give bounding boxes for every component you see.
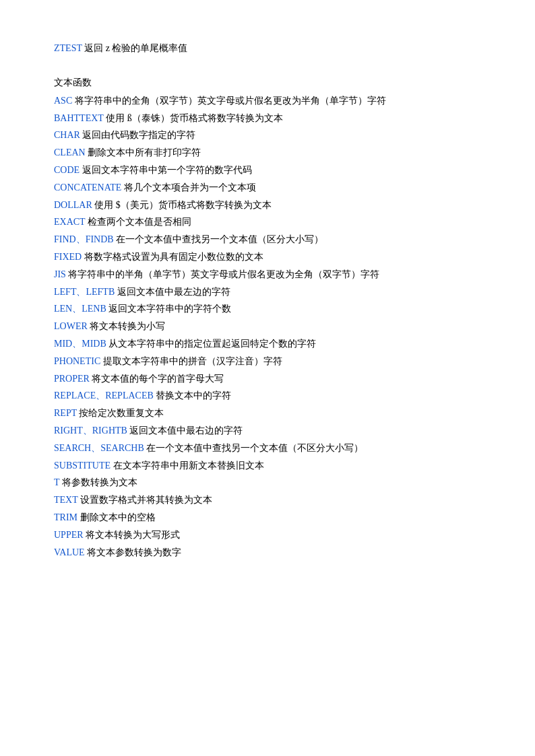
entry-description: 将参数转换为文本 [59, 477, 137, 487]
entry-keyword: REPLACE、REPLACEB [54, 390, 154, 401]
ztest-section: ZTEST 返回 z 检验的单尾概率值 [54, 40, 481, 57]
entry-description: 删除文本中所有非打印字符 [86, 147, 201, 158]
ztest-keyword: ZTEST [54, 43, 82, 53]
entry-keyword: DOLLAR [54, 200, 92, 210]
entry-description: 将文本值的每个字的首字母大写 [90, 374, 224, 384]
list-item: CONCATENATE 将几个文本项合并为一个文本项 [54, 180, 481, 196]
list-item: ASC 将字符串中的全角（双字节）英文字母或片假名更改为半角（单字节）字符 [54, 93, 481, 109]
list-item: FIND、FINDB 在一个文本值中查找另一个文本值（区分大小写） [54, 232, 481, 248]
list-item: CLEAN 删除文本中所有非打印字符 [54, 145, 481, 161]
entry-keyword: MID、MIDB [54, 339, 106, 349]
entry-description: 提取文本字符串中的拼音（汉字注音）字符 [100, 356, 282, 366]
entry-description: 从文本字符串中的指定位置起返回特定个数的字符 [106, 339, 317, 349]
entry-keyword: PROPER [54, 374, 90, 384]
list-item: PHONETIC 提取文本字符串中的拼音（汉字注音）字符 [54, 353, 481, 370]
entry-keyword: CLEAN [54, 147, 86, 158]
entry-description: 在一个文本值中查找另一个文本值（区分大小写） [114, 234, 324, 244]
entry-description: 替换文本中的字符 [154, 390, 232, 401]
section-title: 文本函数 [54, 77, 481, 89]
entry-description: 返回文本值中最右边的字符 [127, 425, 243, 436]
list-item: MID、MIDB 从文本字符串中的指定位置起返回特定个数的字符 [54, 336, 481, 352]
entry-description: 返回文本字符串中的字符个数 [106, 304, 232, 314]
entry-description: 使用 ß（泰铢）货币格式将数字转换为文本 [104, 113, 283, 123]
list-item: LEFT、LEFTB 返回文本值中最左边的字符 [54, 284, 481, 300]
entry-description: 在文本字符串中用新文本替换旧文本 [111, 460, 264, 471]
list-item: BAHTTEXT 使用 ß（泰铢）货币格式将数字转换为文本 [54, 110, 481, 127]
entry-keyword: SEARCH、SEARCHB [54, 443, 144, 453]
entry-keyword: CONCATENATE [54, 182, 121, 193]
list-item: DOLLAR 使用 $（美元）货币格式将数字转换为文本 [54, 197, 481, 213]
entry-keyword: LEN、LENB [54, 304, 106, 314]
list-item: PROPER 将文本值的每个字的首字母大写 [54, 371, 481, 387]
entry-keyword: CHAR [54, 130, 80, 140]
entry-keyword: VALUE [54, 547, 85, 557]
list-item: SUBSTITUTE 在文本字符串中用新文本替换旧文本 [54, 458, 481, 474]
entry-keyword: TRIM [54, 512, 77, 522]
entry-keyword: PHONETIC [54, 356, 100, 366]
list-item: LOWER 将文本转换为小写 [54, 318, 481, 335]
entry-keyword: CODE [54, 165, 80, 175]
list-item: T 将参数转换为文本 [54, 475, 481, 491]
list-item: LEN、LENB 返回文本字符串中的字符个数 [54, 301, 481, 317]
entry-description: 返回文本字符串中第一个字符的数字代码 [80, 165, 252, 175]
list-item: JIS 将字符串中的半角（单字节）英文字母或片假名更改为全角（双字节）字符 [54, 267, 481, 283]
list-item: REPT 按给定次数重复文本 [54, 405, 481, 421]
entry-description: 将几个文本项合并为一个文本项 [121, 182, 256, 193]
entry-keyword: TEXT [54, 495, 78, 505]
list-item: UPPER 将文本转换为大写形式 [54, 527, 481, 543]
entry-description: 将字符串中的全角（双字节）英文字母或片假名更改为半角（单字节）字符 [72, 96, 386, 106]
list-item: RIGHT、RIGHTB 返回文本值中最右边的字符 [54, 423, 481, 439]
entry-keyword: FIND、FINDB [54, 234, 114, 244]
entry-keyword: RIGHT、RIGHTB [54, 425, 127, 436]
entry-description: 返回文本值中最左边的字符 [115, 287, 230, 297]
entry-keyword: REPT [54, 408, 77, 418]
entry-description: 将文本参数转换为数字 [85, 547, 182, 557]
entry-keyword: FIXED [54, 252, 82, 262]
entry-keyword: ASC [54, 96, 72, 106]
entry-description: 按给定次数重复文本 [77, 408, 164, 418]
entry-keyword: LOWER [54, 321, 88, 331]
entry-description: 删除文本中的空格 [77, 512, 156, 522]
entry-keyword: UPPER [54, 530, 84, 540]
list-item: SEARCH、SEARCHB 在一个文本值中查找另一个文本值（不区分大小写） [54, 440, 481, 456]
list-item: FIXED 将数字格式设置为具有固定小数位数的文本 [54, 249, 481, 265]
ztest-description: 返回 z 检验的单尾概率值 [84, 43, 187, 53]
list-item: REPLACE、REPLACEB 替换文本中的字符 [54, 388, 481, 404]
entry-description: 将文本转换为大写形式 [84, 530, 181, 540]
text-functions-section: 文本函数 ASC 将字符串中的全角（双字节）英文字母或片假名更改为半角（单字节）… [54, 77, 481, 561]
list-item: EXACT 检查两个文本值是否相同 [54, 214, 481, 230]
entry-keyword: BAHTTEXT [54, 113, 104, 123]
entry-description: 设置数字格式并将其转换为文本 [78, 495, 213, 505]
list-item: VALUE 将文本参数转换为数字 [54, 545, 481, 561]
ztest-entry: ZTEST 返回 z 检验的单尾概率值 [54, 40, 481, 57]
entry-description: 返回由代码数字指定的字符 [80, 130, 196, 140]
entry-keyword: SUBSTITUTE [54, 460, 111, 471]
entry-description: 将文本转换为小写 [88, 321, 166, 331]
list-item: TRIM 删除文本中的空格 [54, 510, 481, 526]
entry-keyword: EXACT [54, 217, 85, 227]
entry-description: 将字符串中的半角（单字节）英文字母或片假名更改为全角（双字节）字符 [66, 269, 380, 279]
entry-description: 使用 $（美元）货币格式将数字转换为文本 [92, 200, 272, 210]
list-item: CHAR 返回由代码数字指定的字符 [54, 127, 481, 143]
entry-keyword: JIS [54, 269, 66, 279]
list-item: TEXT 设置数字格式并将其转换为文本 [54, 492, 481, 508]
entry-description: 在一个文本值中查找另一个文本值（不区分大小写） [144, 443, 364, 453]
list-item: CODE 返回文本字符串中第一个字符的数字代码 [54, 162, 481, 178]
entries-container: ASC 将字符串中的全角（双字节）英文字母或片假名更改为半角（单字节）字符BAH… [54, 93, 481, 561]
entry-description: 检查两个文本值是否相同 [85, 217, 191, 227]
entry-keyword: LEFT、LEFTB [54, 287, 115, 297]
entry-description: 将数字格式设置为具有固定小数位数的文本 [82, 252, 263, 262]
